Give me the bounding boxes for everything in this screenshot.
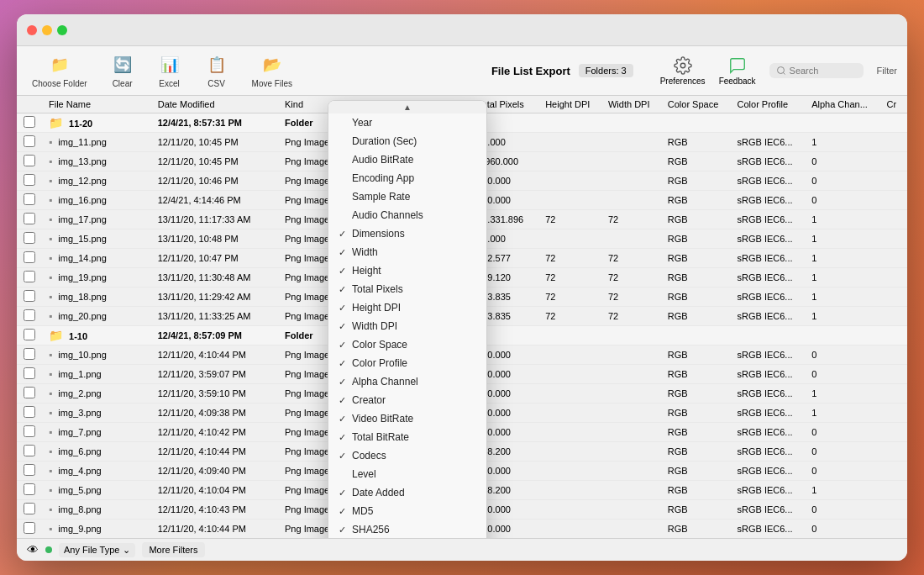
row-checkbox[interactable]	[24, 522, 35, 534]
cell-hdpi	[538, 481, 601, 500]
row-checkbox[interactable]	[24, 290, 35, 302]
dropdown-item[interactable]: ✓ Height	[328, 261, 486, 280]
close-button[interactable]	[27, 25, 37, 35]
dropdown-item[interactable]: ✓ SHA256	[328, 520, 486, 538]
row-checkbox[interactable]	[24, 483, 35, 495]
dropdown-item-label: Total BitRate	[352, 431, 476, 443]
dropdown-item[interactable]: ✓ Color Profile	[328, 354, 486, 372]
file-name: img_20.png	[58, 311, 107, 321]
dropdown-item[interactable]: ✓ Video BitRate	[328, 409, 486, 428]
row-checkbox[interactable]	[24, 213, 35, 224]
cell-cs: RGB	[661, 171, 731, 191]
dropdown-item[interactable]: ✓ MD5	[328, 502, 486, 520]
col-header-wdpi[interactable]: Width DPI	[601, 96, 661, 113]
cell-date: 12/11/20, 4:10:44 PM	[151, 346, 278, 365]
dropdown-item[interactable]: Audio BitRate	[328, 150, 486, 169]
search-box[interactable]	[769, 63, 864, 78]
row-checkbox[interactable]	[24, 232, 35, 244]
maximize-button[interactable]	[57, 25, 67, 35]
dropdown-item[interactable]: ✓ Alpha Channel	[328, 372, 486, 391]
more-filters-button[interactable]: More Filters	[142, 542, 204, 557]
cell-cs: RGB	[661, 288, 731, 307]
dropdown-item[interactable]: Sample Rate	[328, 187, 486, 206]
row-checkbox[interactable]	[24, 116, 35, 128]
cell-hdpi	[538, 191, 601, 210]
dropdown-item-label: Date Added	[352, 487, 476, 499]
col-header-hdpi[interactable]: Height DPI	[538, 96, 601, 113]
row-checkbox[interactable]	[24, 406, 35, 418]
col-header-ac[interactable]: Alpha Chan...	[805, 96, 879, 113]
row-checkbox[interactable]	[24, 251, 35, 263]
dropdown-menu[interactable]: ▲ Year Duration (Sec) Audio BitRate Enco…	[328, 100, 487, 538]
row-checkbox[interactable]	[24, 464, 35, 476]
dropdown-item[interactable]: ✓ Total BitRate	[328, 428, 486, 446]
check-icon: ✓	[339, 284, 352, 295]
dropdown-item[interactable]: ✓ Height DPI	[328, 298, 486, 317]
csv-button[interactable]: 📋 CSV	[200, 51, 234, 90]
cell-hdpi	[538, 384, 601, 404]
dropdown-item[interactable]: ✓ Total Pixels	[328, 280, 486, 298]
dropdown-item[interactable]: Duration (Sec)	[328, 132, 486, 150]
titlebar	[17, 14, 907, 46]
dropdown-item-label: Sample Rate	[352, 191, 476, 203]
row-checkbox[interactable]	[24, 445, 35, 456]
search-input[interactable]	[790, 66, 857, 76]
cell-cp	[731, 113, 806, 133]
scroll-up-button[interactable]: ▲	[328, 101, 486, 113]
row-checkbox[interactable]	[24, 503, 35, 514]
col-header-cs[interactable]: Color Space	[661, 96, 731, 113]
dropdown-item[interactable]: ✓ Date Added	[328, 483, 486, 502]
dropdown-item[interactable]: ✓ Dimensions	[328, 224, 486, 243]
cell-cp: sRGB IEC6...	[731, 384, 806, 404]
svg-point-0	[680, 63, 685, 68]
row-checkbox[interactable]	[24, 193, 35, 205]
dropdown-item[interactable]: ✓ Width DPI	[328, 317, 486, 335]
file-type-filter[interactable]: Any File Type ⌄	[59, 543, 135, 557]
col-header-date[interactable]: Date Modified	[151, 96, 278, 113]
file-name: img_1.png	[58, 369, 101, 379]
cell-date: 13/11/20, 11:33:25 AM	[151, 307, 278, 326]
cell-hdpi	[538, 442, 601, 462]
cell-ac: 1	[805, 307, 879, 326]
row-checkbox[interactable]	[24, 271, 35, 282]
col-header-cr[interactable]: Cr	[880, 96, 908, 113]
clear-button[interactable]: 🔄 Clear	[106, 51, 139, 90]
dropdown-item[interactable]: ✓ Creator	[328, 391, 486, 409]
row-checkbox[interactable]	[24, 329, 35, 340]
excel-button[interactable]: 📊 Excel	[153, 51, 186, 90]
feedback-button[interactable]: Feedback	[719, 56, 756, 86]
dropdown-item[interactable]: Audio Channels	[328, 206, 486, 224]
file-name: img_17.png	[58, 214, 107, 224]
dropdown-item[interactable]: Level	[328, 465, 486, 483]
row-checkbox[interactable]	[24, 155, 35, 166]
cell-cp: sRGB IEC6...	[731, 133, 806, 152]
search-icon	[776, 66, 786, 76]
row-checkbox[interactable]	[24, 425, 35, 437]
cell-wdpi	[601, 500, 661, 520]
cell-ac: 0	[805, 442, 879, 462]
col-header-name[interactable]: File Name	[42, 96, 151, 113]
choose-folder-button[interactable]: 📁 Choose Folder	[27, 51, 92, 90]
dropdown-item[interactable]: ✓ Codecs	[328, 446, 486, 465]
dropdown-item[interactable]: ✓ Width	[328, 243, 486, 261]
row-checkbox[interactable]	[24, 309, 35, 321]
row-checkbox[interactable]	[24, 387, 35, 398]
col-header-cp[interactable]: Color Profile	[731, 96, 806, 113]
feedback-icon	[728, 56, 747, 75]
row-checkbox[interactable]	[24, 348, 35, 360]
preferences-button[interactable]: Preferences	[660, 56, 706, 86]
cell-cs: RGB	[661, 229, 731, 249]
cell-cp: sRGB IEC6...	[731, 307, 806, 326]
dropdown-item[interactable]: Encoding App	[328, 169, 486, 187]
row-checkbox[interactable]	[24, 367, 35, 379]
cell-wdpi	[601, 442, 661, 462]
minimize-button[interactable]	[42, 25, 52, 35]
cell-name: ▪ img_11.png	[42, 133, 151, 152]
eye-button[interactable]: 👁	[27, 543, 39, 557]
cell-cs: RGB	[661, 210, 731, 229]
row-checkbox[interactable]	[24, 135, 35, 147]
move-files-button[interactable]: 📂 Move Files	[247, 51, 297, 90]
row-checkbox[interactable]	[24, 174, 35, 186]
dropdown-item[interactable]: Year	[328, 113, 486, 132]
dropdown-item[interactable]: ✓ Color Space	[328, 335, 486, 354]
